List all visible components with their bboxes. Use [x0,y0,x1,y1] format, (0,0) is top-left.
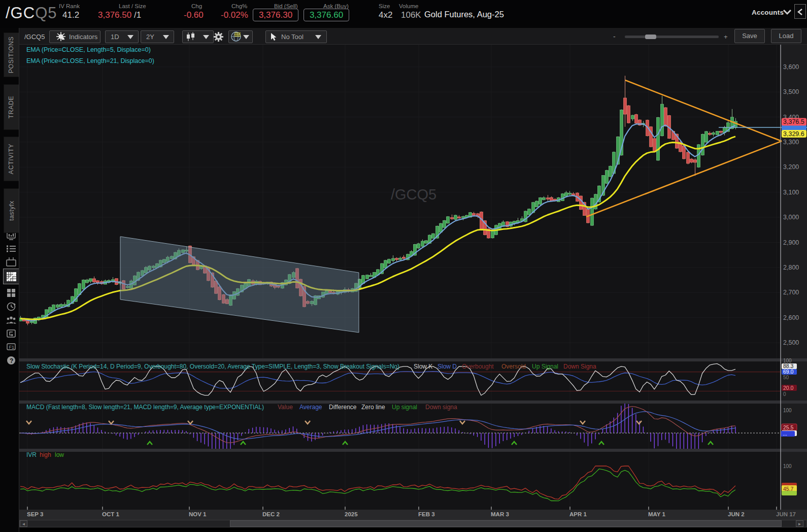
svg-text:3,200: 3,200 [783,163,799,171]
svg-text:Up Signal: Up Signal [532,363,558,370]
svg-text:2,700: 2,700 [783,289,799,296]
svg-text:2,900: 2,900 [783,239,799,246]
svg-text:2,600: 2,600 [783,314,799,321]
svg-text:low: low [55,451,64,458]
svg-text:EMA (Price=CLOSE, Length=21, D: EMA (Price=CLOSE, Length=21, Displace=0) [26,57,154,64]
svg-text:Slow K: Slow K [414,363,432,370]
svg-text:3,600: 3,600 [783,63,799,71]
svg-text:/GCQ5: /GCQ5 [391,186,436,203]
svg-text:...: ... [783,430,787,437]
svg-text:69.0: 69.0 [783,369,794,375]
svg-text:100: 100 [783,408,792,413]
svg-text:Value: Value [278,404,293,411]
svg-text:Slow D: Slow D [438,363,457,370]
svg-text:100: 100 [783,463,792,469]
svg-text:Average: Average [299,404,322,411]
svg-text:3,100: 3,100 [783,189,799,196]
svg-text:Overbought: Overbought [462,363,494,370]
svg-text:3,500: 3,500 [783,88,799,95]
svg-text:2,500: 2,500 [783,339,799,346]
svg-text:Down signa: Down signa [425,404,457,411]
svg-text:EMA (Price=CLOSE, Length=5, Di: EMA (Price=CLOSE, Length=5, Displace=0) [26,46,151,53]
svg-text:Up signal: Up signal [392,404,417,411]
svg-text:2,800: 2,800 [783,264,799,271]
svg-text:Slow Stochastic (K Period=14,: Slow Stochastic (K Period=14, D Period=9… [26,363,399,370]
svg-text:3,000: 3,000 [783,214,799,221]
svg-text:Oversold: Oversold [501,363,526,370]
svg-text:3,376.5: 3,376.5 [783,118,804,125]
svg-text:25.5: 25.5 [783,424,794,430]
svg-text:high: high [40,451,51,458]
svg-text:0: 0 [783,391,786,397]
svg-text:?: ? [10,357,13,364]
svg-text:Difference: Difference [329,404,357,411]
svg-text:3,329.6: 3,329.6 [783,130,804,138]
svg-text:Down Signa: Down Signa [563,363,596,370]
svg-text:IVR: IVR [26,451,37,458]
svg-text:MACD (Fast length=8, Slow leng: MACD (Fast length=8, Slow length=21, MAC… [26,404,264,411]
svg-text:F1: F1 [9,345,15,350]
svg-text:50: 50 [783,375,789,380]
svg-text:Zero line: Zero line [361,404,385,411]
svg-text:20.0: 20.0 [783,385,794,391]
svg-text:3,300: 3,300 [783,139,799,146]
